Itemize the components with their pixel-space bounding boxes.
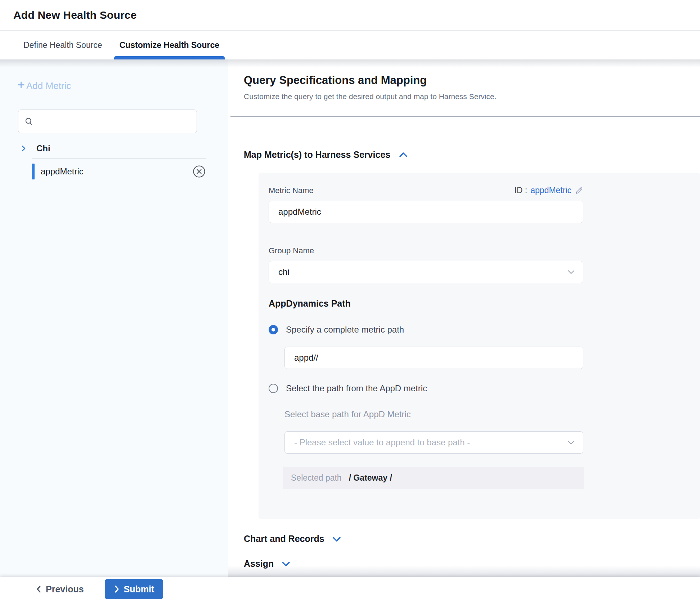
metric-name-label: Metric Name [269,186,314,195]
tab-bar: Define Health Source Customize Health So… [0,31,700,59]
panel-subheading: Customize the query to get the desired o… [244,92,700,101]
chart-and-records-title: Chart and Records [244,534,324,544]
appdynamics-path-title: AppDynamics Path [269,298,700,309]
chevron-down-icon [567,440,575,445]
content-shell: + Add Metric Chi appdMetric [0,59,700,577]
previous-button-label: Previous [46,584,84,595]
base-path-placeholder: - Please select value to append to base … [294,437,470,448]
metric-id-chip: ID : appdMetric [514,186,583,195]
metric-group-label: Chi [36,143,50,153]
tree-divider [32,159,206,159]
metric-id-prefix: ID : [514,186,527,195]
add-metric-label: Add Metric [26,80,71,92]
metric-name-input[interactable] [269,201,583,223]
submit-button[interactable]: Submit [105,579,163,599]
complete-metric-path-input[interactable] [284,347,583,369]
previous-button[interactable]: Previous [36,584,84,595]
chevron-down-icon [567,270,575,275]
page-title: Add New Health Source [13,9,137,21]
assign-toggle[interactable]: Assign [244,558,291,569]
query-spec-panel: Query Specifications and Mapping Customi… [228,59,700,577]
tab-customize-health-source[interactable]: Customize Health Source [114,31,225,59]
search-icon [24,117,34,126]
panel-heading: Query Specifications and Mapping [244,59,700,87]
metric-search-box [18,110,197,133]
metric-search-input[interactable] [37,110,197,133]
metric-group-row-chi[interactable]: Chi [20,143,228,153]
group-name-select[interactable]: chi [269,261,583,283]
base-path-label: Select base path for AppD Metric [284,409,700,419]
chart-and-records-toggle[interactable]: Chart and Records [244,534,342,544]
selected-path-label: Selected path [291,473,342,483]
selected-path-value: / Gateway / [349,473,392,483]
map-metrics-card: Metric Name ID : appdMetric Group Name [259,173,700,519]
group-name-value: chi [278,267,290,277]
tab-define-health-source[interactable]: Define Health Source [18,31,108,59]
selected-metric-indicator [32,164,35,179]
group-name-label-row: Group Name [269,246,700,255]
metric-id-value-link[interactable]: appdMetric [530,186,571,195]
chevron-right-icon [114,585,120,593]
chevron-down-icon[interactable] [332,535,342,543]
dialog-title-bar: Add New Health Source [0,0,700,31]
metrics-sidebar: + Add Metric Chi appdMetric [0,59,228,577]
chevron-left-icon [36,585,41,593]
tab-customize-label: Customize Health Source [120,40,219,50]
selected-path-row: Selected path / Gateway / [283,467,584,489]
map-metrics-section-title: Map Metric(s) to Harness Services [244,150,390,160]
edit-pencil-icon[interactable] [575,186,583,195]
remove-metric-icon[interactable] [192,165,206,178]
metric-name-label-row: Metric Name ID : appdMetric [269,186,583,195]
group-name-label: Group Name [269,246,314,255]
radio-select-appd-path[interactable]: Select the path from the AppD metric [269,383,427,393]
chevron-right-icon[interactable] [20,145,27,152]
heading-divider [230,116,700,117]
radio-unselected-icon[interactable] [269,384,278,393]
map-metrics-section-toggle[interactable]: Map Metric(s) to Harness Services [244,150,408,160]
chevron-down-icon[interactable] [281,560,291,568]
metric-item-label: appdMetric [41,166,192,177]
radio-complete-label: Specify a complete metric path [286,325,404,335]
radio-complete-metric-path[interactable]: Specify a complete metric path [269,325,404,335]
radio-select-label: Select the path from the AppD metric [286,383,427,393]
radio-selected-icon[interactable] [269,325,278,334]
chevron-up-icon[interactable] [398,151,408,159]
plus-icon: + [17,79,25,92]
submit-button-label: Submit [124,584,154,595]
base-path-select[interactable]: - Please select value to append to base … [284,431,583,454]
tab-define-label: Define Health Source [23,40,102,50]
wizard-footer: Previous Submit [0,577,700,601]
add-metric-button[interactable]: + Add Metric [17,80,71,92]
assign-title: Assign [244,558,274,569]
metric-list-item-appdmetric[interactable]: appdMetric [32,163,206,181]
